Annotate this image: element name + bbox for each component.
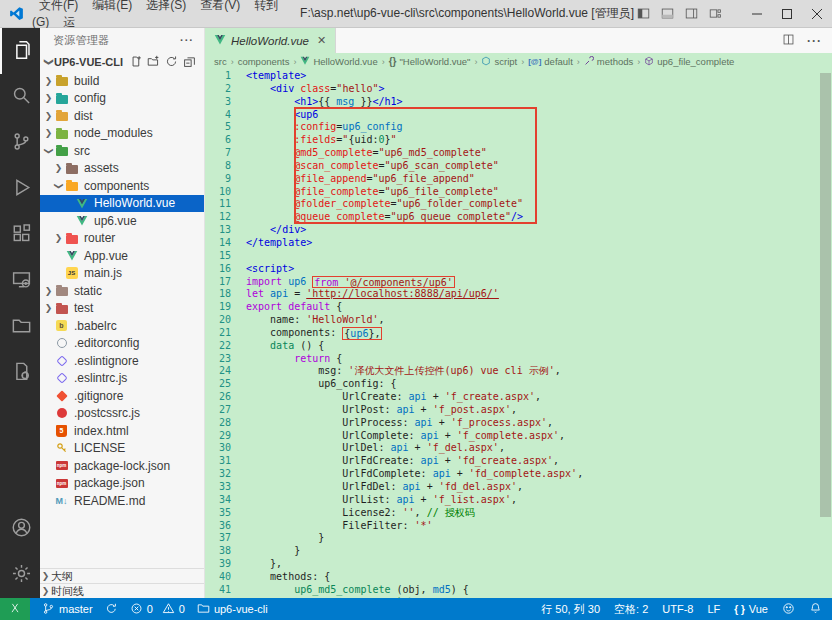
- line-number: 13: [205, 224, 231, 237]
- tree-item-label: .eslintignore: [74, 354, 139, 368]
- babel-icon: b: [54, 319, 69, 332]
- activity-account[interactable]: [0, 506, 40, 552]
- editor-scrollbar[interactable]: [819, 70, 832, 598]
- toggle-panel-icon[interactable]: [658, 7, 676, 20]
- status-workspace[interactable]: up6-vue-cli: [197, 602, 268, 617]
- project-root-row[interactable]: ❯ UP6-VUE-CLI: [40, 52, 204, 72]
- menu-item-1[interactable]: 文件(F): [32, 0, 85, 12]
- vue-icon: [74, 214, 89, 227]
- status-notifications[interactable]: [809, 602, 822, 617]
- activity-remote-explorer[interactable]: [0, 258, 40, 304]
- line-number: 3: [205, 96, 231, 109]
- breadcrumb-item-1[interactable]: components: [238, 56, 290, 67]
- menu-item-6[interactable]: 运: [56, 15, 82, 29]
- menu-item-3[interactable]: 选择(S): [139, 0, 193, 12]
- maximize-button[interactable]: [772, 0, 802, 27]
- tree-item-.gitignore[interactable]: .gitignore: [40, 387, 204, 405]
- tab-helloworld-vue[interactable]: HelloWorld.vue ✕: [205, 28, 336, 53]
- status-cursor-position[interactable]: 行 50, 列 30: [541, 602, 600, 617]
- tree-item-helloworld.vue[interactable]: HelloWorld.vue: [40, 195, 204, 213]
- breadcrumb-label: "HelloWorld.vue": [399, 56, 470, 67]
- tree-item-config[interactable]: ❯config: [40, 90, 204, 108]
- tree-item-.postcssrc.js[interactable]: .postcssrc.js: [40, 405, 204, 423]
- breadcrumb-item-2[interactable]: HelloWorld.vue: [300, 56, 377, 67]
- tree-item-label: up6.vue: [94, 214, 137, 228]
- split-editor-icon[interactable]: [782, 33, 795, 49]
- tree-item-index.html[interactable]: 5index.html: [40, 422, 204, 440]
- menu-item-4[interactable]: 查看(V): [193, 0, 247, 12]
- line-number: 5: [205, 121, 231, 134]
- activity-source-control[interactable]: [0, 120, 40, 166]
- activity-run-debug[interactable]: [0, 166, 40, 212]
- tree-item-dist[interactable]: ❯dist: [40, 107, 204, 125]
- tree-item-package-lock.json[interactable]: npmpackage-lock.json: [40, 457, 204, 475]
- activity-settings-file[interactable]: [0, 350, 40, 396]
- tree-item-assets[interactable]: ❯assets: [40, 160, 204, 178]
- refresh-icon[interactable]: [165, 55, 178, 70]
- customize-layout-icon[interactable]: [706, 7, 724, 20]
- close-button[interactable]: [802, 0, 832, 27]
- tree-item-main.js[interactable]: JSmain.js: [40, 265, 204, 283]
- code-line-20: 20 name: 'HelloWorld',: [205, 314, 832, 327]
- tree-item-src[interactable]: ❯src: [40, 142, 204, 160]
- code-line-32: 32 UrlFdComplete: api + 'fd_complete.asp…: [205, 468, 832, 481]
- new-file-icon[interactable]: [129, 55, 142, 70]
- tree-item-license[interactable]: LICENSE: [40, 440, 204, 458]
- breadcrumb-item-3[interactable]: {}"HelloWorld.vue": [389, 56, 471, 67]
- status-eol[interactable]: LF: [707, 603, 720, 615]
- tree-item-components[interactable]: ❯components: [40, 177, 204, 195]
- tree-item-.editorconfig[interactable]: .editorconfig: [40, 335, 204, 353]
- outline-section[interactable]: ❯ 大纲: [40, 568, 204, 583]
- tree-item-.babelrc[interactable]: b.babelrc: [40, 317, 204, 335]
- tree-item-node-modules[interactable]: ❯node_modules: [40, 125, 204, 143]
- tree-item-test[interactable]: ❯test: [40, 300, 204, 318]
- status-language-mode[interactable]: { }Vue: [734, 603, 768, 615]
- scrollbar-slider[interactable]: [820, 73, 831, 517]
- activity-extensions[interactable]: [0, 212, 40, 258]
- status-sync[interactable]: [105, 602, 118, 617]
- breadcrumb-item-5[interactable]: [@]default: [528, 56, 573, 67]
- new-folder-icon[interactable]: [147, 55, 160, 70]
- timeline-section[interactable]: ❯ 时间线: [40, 583, 204, 598]
- vscode-logo-icon: [9, 6, 24, 21]
- code-line-22: 22 data () {: [205, 340, 832, 353]
- activity-explorer[interactable]: [0, 28, 40, 74]
- sidebar-header: 资源管理器 ···: [40, 28, 204, 52]
- toggle-sidebar-icon[interactable]: [634, 7, 652, 20]
- breadcrumb-item-0[interactable]: src: [214, 56, 227, 67]
- toggle-secondary-sidebar-icon[interactable]: [682, 7, 700, 20]
- status-indentation[interactable]: 空格: 2: [614, 602, 648, 617]
- menu-item-2[interactable]: 编辑(E): [85, 0, 139, 12]
- tree-item-app.vue[interactable]: App.vue: [40, 247, 204, 265]
- remote-indicator[interactable]: [0, 598, 30, 620]
- status-encoding[interactable]: UTF-8: [662, 603, 693, 615]
- tree-item-router[interactable]: ❯router: [40, 230, 204, 248]
- more-actions-icon[interactable]: ···: [807, 34, 822, 48]
- activity-folder-library[interactable]: [0, 304, 40, 350]
- tree-item-up6.vue[interactable]: up6.vue: [40, 212, 204, 230]
- code-area[interactable]: 1<template>2 <div class="hello">3 <h1>{{…: [205, 70, 832, 598]
- close-tab-icon[interactable]: ✕: [317, 34, 326, 47]
- tree-item-build[interactable]: ❯build: [40, 72, 204, 90]
- tree-item-.eslintignore[interactable]: .eslintignore: [40, 352, 204, 370]
- minimize-button[interactable]: [742, 0, 772, 27]
- status-problems[interactable]: 00: [130, 602, 185, 617]
- folder-icon: [54, 144, 69, 157]
- tree-item-.eslintrc.js[interactable]: .eslintrc.js: [40, 370, 204, 388]
- status-git-branch[interactable]: master: [42, 602, 93, 617]
- breadcrumb-separator: ›: [293, 57, 296, 67]
- tree-item-package.json[interactable]: npmpackage.json: [40, 475, 204, 493]
- breadcrumb-item-6[interactable]: methods: [584, 56, 633, 68]
- tree-item-readme.md[interactable]: M↓README.md: [40, 492, 204, 510]
- line-number: 24: [205, 365, 231, 378]
- activity-search[interactable]: [0, 74, 40, 120]
- breadcrumb-item-4[interactable]: script: [481, 56, 517, 68]
- sidebar-more-actions-icon[interactable]: ···: [180, 34, 194, 46]
- activity-settings-gear[interactable]: [0, 552, 40, 598]
- breadcrumb-label: methods: [597, 56, 633, 67]
- breadcrumb-item-7[interactable]: up6_file_complete: [644, 56, 734, 68]
- collapse-all-icon[interactable]: [183, 55, 196, 70]
- status-feedback[interactable]: [782, 602, 795, 617]
- extensions-icon: [11, 223, 32, 247]
- tree-item-static[interactable]: ❯static: [40, 282, 204, 300]
